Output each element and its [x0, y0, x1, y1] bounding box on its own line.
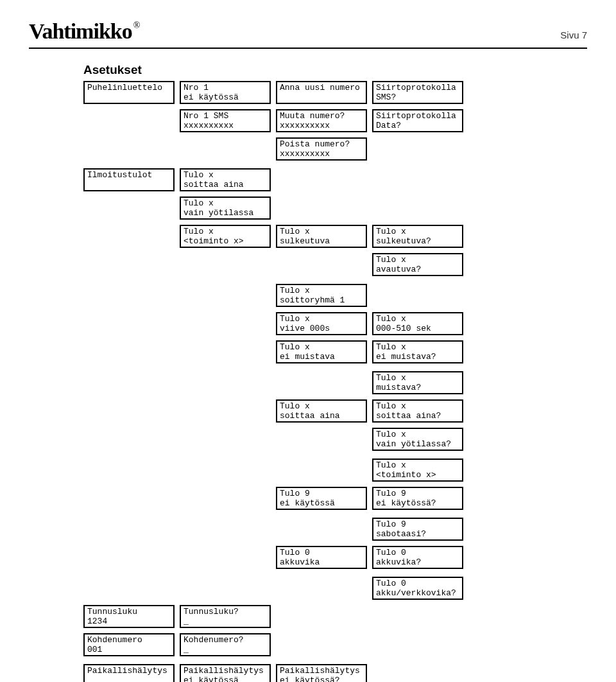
- box-tulo0-akku: Tulo 0 akkuvika: [276, 546, 367, 569]
- box-tulo0-akkuverkko-q: Tulo 0 akku/verkkovika?: [372, 577, 463, 600]
- box-anna-uusi: Anna uusi numero: [276, 81, 367, 104]
- box-paikallis: Paikallishälytys: [83, 664, 175, 682]
- box-tulo-avautuva-q: Tulo x avautuva?: [372, 253, 463, 276]
- box-ilmoitustulot: Ilmoitustulot: [83, 168, 175, 191]
- page-number: Sivu 7: [560, 30, 587, 40]
- brand-text: Vahtimikko: [29, 19, 132, 43]
- box-tulo-vain-yot-q: Tulo x vain yötilassa?: [372, 428, 463, 451]
- box-nro1-sms: Nro 1 SMS xxxxxxxxxx: [180, 109, 271, 132]
- box-puhelinluettelo: Puhelinluettelo: [83, 81, 175, 104]
- box-tulo-soittaa-aina2: Tulo x soittaa aina: [276, 399, 367, 423]
- box-tulo-ei-muistava: Tulo x ei muistava: [276, 340, 367, 363]
- box-kohdenumero-q: Kohdenumero? _: [180, 633, 271, 656]
- section-title: Asetukset: [83, 63, 587, 77]
- brand-logo: Vahtimikko®: [29, 19, 138, 44]
- box-tulo-ei-muistava-q: Tulo x ei muistava?: [372, 340, 463, 363]
- box-tulo-soittaa-aina-q: Tulo x soittaa aina?: [372, 399, 463, 423]
- box-tunnusluku: Tunnusluku 1234: [83, 605, 175, 628]
- box-tulo-sulkeutuva-q: Tulo x sulkeutuva?: [372, 225, 463, 248]
- box-siirto-sms: Siirtoprotokolla SMS?: [372, 81, 463, 104]
- box-tulo-soittaa-aina: Tulo x soittaa aina: [180, 168, 271, 191]
- box-paikallis-ei-q: Paikallishälytys ei käytössä?: [276, 664, 367, 682]
- box-tulo-toiminto2: Tulo x <toiminto x>: [372, 459, 463, 482]
- box-nro1: Nro 1 ei käytössä: [180, 81, 271, 104]
- box-tulo-soittoryhma: Tulo x soittoryhmä 1: [276, 284, 367, 307]
- box-paikallis-ei: Paikallishälytys ei käytössä: [180, 664, 271, 682]
- box-tulo-sulkeutuva: Tulo x sulkeutuva: [276, 225, 367, 248]
- box-tulo9-ei-q: Tulo 9 ei käytössä?: [372, 487, 463, 510]
- box-siirto-data: Siirtoprotokolla Data?: [372, 109, 463, 132]
- box-tulo-000-510: Tulo x 000-510 sek: [372, 312, 463, 335]
- box-tulo9-ei: Tulo 9 ei käytössä: [276, 487, 367, 510]
- box-tulo9-sabotaasi: Tulo 9 sabotaasi?: [372, 518, 463, 541]
- box-tunnusluku-q: Tunnusluku? _: [180, 605, 271, 628]
- box-poista-num: Poista numero? xxxxxxxxxx: [276, 137, 367, 161]
- menu-diagram: Puhelinluettelo Nro 1 ei käytössä Anna u…: [83, 81, 587, 682]
- box-tulo0-akku-q: Tulo 0 akkuvika?: [372, 546, 463, 569]
- box-tulo-vain-yot: Tulo x vain yötilassa: [180, 197, 271, 220]
- box-muuta-num: Muuta numero? xxxxxxxxxx: [276, 109, 367, 132]
- header-divider: [29, 48, 587, 49]
- brand-registered: ®: [133, 21, 140, 30]
- box-tulo-viive: Tulo x viive 000s: [276, 312, 367, 335]
- box-tulo-muistava-q: Tulo x muistava?: [372, 371, 463, 394]
- box-tulo-toiminto: Tulo x <toiminto x>: [180, 225, 271, 248]
- box-kohdenumero: Kohdenumero 001: [83, 633, 175, 656]
